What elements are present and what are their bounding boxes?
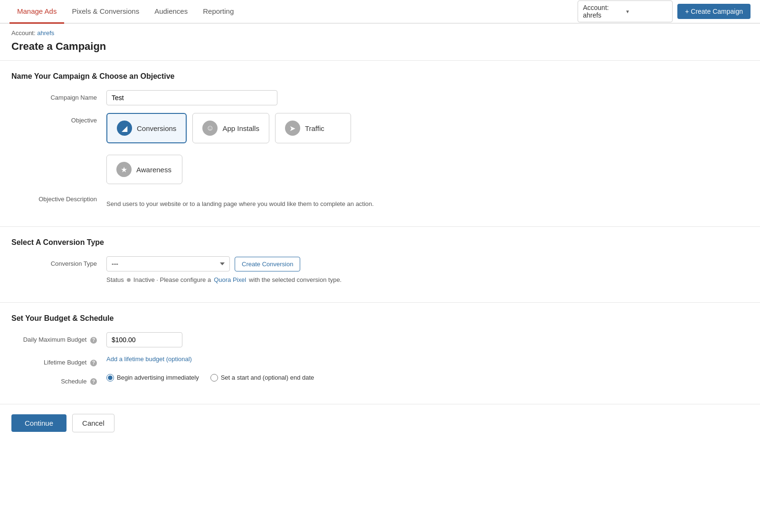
- conversions-icon: ◢: [117, 121, 132, 136]
- objective-description-text: Send users to your website or to a landi…: [106, 198, 749, 207]
- navigation: Manage Ads Pixels & Conversions Audience…: [0, 0, 760, 24]
- schedule-immediately-label: Begin advertising immediately: [117, 374, 199, 381]
- conversion-type-label: Conversion Type: [11, 256, 106, 267]
- lifetime-budget-content: Add a lifetime budget (optional): [106, 355, 749, 363]
- objective-conversions[interactable]: ◢ Conversions: [106, 113, 187, 143]
- objective-description-label: Objective Description: [11, 192, 106, 203]
- schedule-help-icon: ?: [90, 378, 97, 385]
- status-text: Inactive · Please configure a: [133, 276, 211, 283]
- continue-button[interactable]: Continue: [11, 414, 66, 432]
- conversion-type-content: --- Create Conversion Status Inactive · …: [106, 256, 749, 283]
- objective-label: Objective: [11, 113, 106, 124]
- inactive-dot: [127, 278, 131, 282]
- section-conversion-type: Select A Conversion Type Conversion Type…: [0, 226, 760, 302]
- conversion-type-row: Conversion Type --- Create Conversion St…: [11, 256, 749, 283]
- chevron-down-icon: ▼: [625, 9, 667, 14]
- lifetime-budget-help-icon: ?: [90, 360, 97, 366]
- conversion-type-controls: --- Create Conversion: [106, 256, 749, 271]
- nav-right: Account: ahrefs ▼ + Create Campaign: [578, 0, 750, 22]
- daily-budget-input[interactable]: [106, 332, 182, 347]
- app-installs-label: App Installs: [222, 124, 259, 132]
- account-breadcrumb-link[interactable]: ahrefs: [37, 29, 54, 37]
- nav-audiences[interactable]: Audiences: [147, 0, 195, 24]
- nav-manage-ads[interactable]: Manage Ads: [10, 0, 64, 24]
- campaign-name-input[interactable]: [106, 90, 277, 105]
- nav-pixels-conversions[interactable]: Pixels & Conversions: [64, 0, 147, 24]
- account-selector[interactable]: Account: ahrefs ▼: [578, 0, 673, 22]
- form-actions: Continue Cancel: [0, 404, 760, 442]
- conversions-label: Conversions: [137, 124, 176, 132]
- lifetime-budget-link[interactable]: Add a lifetime budget (optional): [106, 355, 192, 363]
- schedule-immediately-radio[interactable]: [106, 374, 114, 382]
- objective-awareness[interactable]: ★ Awareness: [106, 155, 182, 184]
- nav-links: Manage Ads Pixels & Conversions Audience…: [10, 0, 578, 23]
- objective-description-row: Objective Description Send users to your…: [11, 192, 749, 207]
- awareness-label: Awareness: [136, 166, 171, 174]
- objective-row: Objective ◢ Conversions ☺ App Installs ➤…: [11, 113, 749, 184]
- traffic-label: Traffic: [305, 124, 324, 132]
- schedule-set-date-option[interactable]: Set a start and (optional) end date: [210, 374, 314, 382]
- objective-traffic[interactable]: ➤ Traffic: [275, 113, 351, 143]
- page-title: Create a Campaign: [0, 38, 760, 60]
- objective-cards: ◢ Conversions ☺ App Installs ➤ Traffic ★: [106, 113, 749, 184]
- section-name-objective: Name Your Campaign & Choose an Objective…: [0, 60, 760, 226]
- daily-budget-help-icon: ?: [90, 337, 97, 344]
- nav-reporting[interactable]: Reporting: [195, 0, 241, 24]
- daily-budget-label: Daily Maximum Budget ?: [11, 332, 106, 344]
- status-row: Status Inactive · Please configure a Quo…: [106, 276, 749, 283]
- quora-pixel-link[interactable]: Quora Pixel: [214, 276, 246, 283]
- schedule-row: Schedule ? Begin advertising immediately…: [11, 374, 749, 385]
- conversion-type-select[interactable]: ---: [106, 256, 230, 271]
- cancel-button[interactable]: Cancel: [72, 414, 114, 432]
- status-suffix: with the selected conversion type.: [249, 276, 342, 283]
- section1-title: Name Your Campaign & Choose an Objective: [11, 72, 749, 81]
- objective-content: ◢ Conversions ☺ App Installs ➤ Traffic ★: [106, 113, 749, 184]
- daily-budget-row: Daily Maximum Budget ?: [11, 332, 749, 347]
- schedule-radio-group: Begin advertising immediately Set a star…: [106, 374, 749, 382]
- campaign-name-label: Campaign Name: [11, 90, 106, 101]
- schedule-set-date-label: Set a start and (optional) end date: [221, 374, 314, 381]
- schedule-label: Schedule ?: [11, 374, 106, 385]
- schedule-content: Begin advertising immediately Set a star…: [106, 374, 749, 382]
- campaign-name-content: [106, 90, 749, 105]
- create-campaign-button[interactable]: + Create Campaign: [677, 4, 750, 19]
- lifetime-budget-row: Lifetime Budget ? Add a lifetime budget …: [11, 355, 749, 366]
- lifetime-budget-label: Lifetime Budget ?: [11, 355, 106, 366]
- traffic-icon: ➤: [285, 121, 300, 136]
- create-conversion-button[interactable]: Create Conversion: [235, 257, 300, 271]
- objective-app-installs[interactable]: ☺ App Installs: [192, 113, 269, 143]
- app-installs-icon: ☺: [202, 121, 218, 136]
- section-budget-schedule: Set Your Budget & Schedule Daily Maximum…: [0, 302, 760, 404]
- section3-title: Set Your Budget & Schedule: [11, 314, 749, 323]
- awareness-icon: ★: [116, 162, 132, 177]
- breadcrumb: Account: ahrefs: [0, 24, 760, 38]
- schedule-set-date-radio[interactable]: [210, 374, 218, 382]
- section2-title: Select A Conversion Type: [11, 238, 749, 247]
- account-label: Account: ahrefs: [583, 4, 625, 19]
- campaign-name-row: Campaign Name: [11, 90, 749, 105]
- schedule-immediately-option[interactable]: Begin advertising immediately: [106, 374, 199, 382]
- daily-budget-content: [106, 332, 749, 347]
- status-label: Status: [106, 276, 124, 283]
